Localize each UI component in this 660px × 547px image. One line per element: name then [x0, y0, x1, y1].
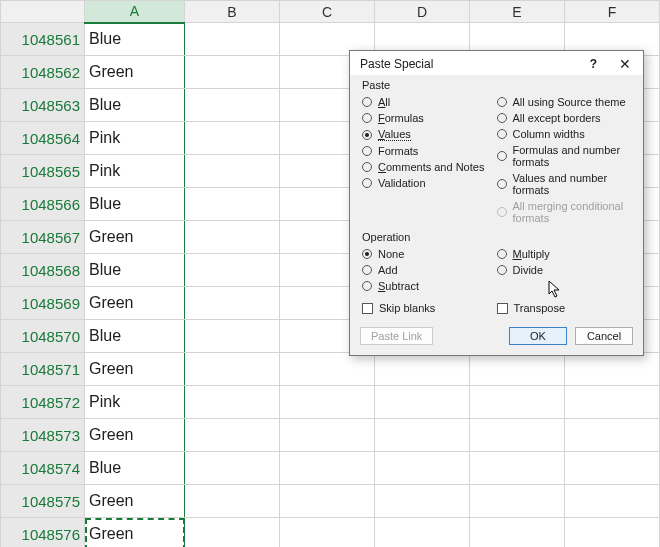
cell[interactable] [375, 386, 470, 419]
cell[interactable]: Green [85, 287, 185, 320]
column-header-B[interactable]: B [185, 1, 280, 23]
row-header[interactable]: 1048572 [1, 386, 85, 419]
operation-option-add[interactable]: Add [362, 263, 497, 277]
column-header-E[interactable]: E [470, 1, 565, 23]
operation-option-divide[interactable]: Divide [497, 263, 632, 277]
skip-blanks-checkbox[interactable]: Skip blanks [362, 301, 497, 315]
column-header-F[interactable]: F [565, 1, 660, 23]
cell[interactable] [185, 287, 280, 320]
cell[interactable]: Green [85, 518, 185, 548]
cell[interactable] [375, 353, 470, 386]
paste-option-formulas[interactable]: Formulas [362, 111, 497, 125]
cell[interactable]: Blue [85, 452, 185, 485]
row-header[interactable]: 1048574 [1, 452, 85, 485]
row-header[interactable]: 1048565 [1, 155, 85, 188]
cell[interactable] [185, 155, 280, 188]
cell[interactable]: Blue [85, 89, 185, 122]
cell[interactable] [185, 518, 280, 548]
transpose-checkbox[interactable]: Transpose [497, 301, 632, 315]
cell[interactable]: Green [85, 419, 185, 452]
paste-option-col_widths[interactable]: Column widths [497, 127, 632, 141]
cell[interactable]: Green [85, 353, 185, 386]
paste-option-comments[interactable]: Comments and Notes [362, 160, 497, 174]
cell[interactable] [185, 56, 280, 89]
operation-option-multiply[interactable]: Multiply [497, 247, 632, 261]
select-all-corner[interactable] [1, 1, 85, 23]
cell[interactable] [280, 452, 375, 485]
operation-option-subtract[interactable]: Subtract [362, 279, 497, 293]
paste-option-source_theme[interactable]: All using Source theme [497, 95, 632, 109]
cell[interactable] [185, 320, 280, 353]
cell[interactable] [470, 518, 565, 548]
cancel-button[interactable]: Cancel [575, 327, 633, 345]
cell[interactable] [470, 419, 565, 452]
paste-option-formulas_num[interactable]: Formulas and number formats [497, 143, 632, 169]
row-header[interactable]: 1048575 [1, 485, 85, 518]
cell[interactable] [470, 353, 565, 386]
row-header[interactable]: 1048561 [1, 23, 85, 56]
cell[interactable] [185, 419, 280, 452]
cell[interactable] [280, 518, 375, 548]
help-button[interactable]: ? [590, 57, 597, 71]
cell[interactable]: Blue [85, 254, 185, 287]
row-header[interactable]: 1048571 [1, 353, 85, 386]
operation-option-none[interactable]: None [362, 247, 497, 261]
cell[interactable] [185, 89, 280, 122]
cell[interactable] [185, 254, 280, 287]
column-header-D[interactable]: D [375, 1, 470, 23]
cell[interactable]: Blue [85, 23, 185, 56]
paste-option-formats[interactable]: Formats [362, 144, 497, 158]
close-button[interactable]: ✕ [615, 57, 635, 71]
cell[interactable] [375, 518, 470, 548]
cell[interactable] [375, 452, 470, 485]
cell[interactable]: Green [85, 56, 185, 89]
cell[interactable] [565, 353, 660, 386]
cell[interactable] [185, 485, 280, 518]
cell[interactable] [280, 353, 375, 386]
cell[interactable] [470, 452, 565, 485]
cell[interactable] [280, 485, 375, 518]
row-header[interactable]: 1048567 [1, 221, 85, 254]
ok-button[interactable]: OK [509, 327, 567, 345]
cell[interactable] [565, 419, 660, 452]
cell[interactable] [375, 419, 470, 452]
cell[interactable]: Blue [85, 320, 185, 353]
cell[interactable] [375, 485, 470, 518]
paste-option-all[interactable]: All [362, 95, 497, 109]
cell[interactable] [185, 353, 280, 386]
row-header[interactable]: 1048568 [1, 254, 85, 287]
cell[interactable] [185, 122, 280, 155]
row-header[interactable]: 1048570 [1, 320, 85, 353]
cell[interactable] [185, 23, 280, 56]
cell[interactable] [185, 452, 280, 485]
cell[interactable] [185, 188, 280, 221]
cell[interactable] [565, 386, 660, 419]
cell[interactable]: Blue [85, 188, 185, 221]
row-header[interactable]: 1048563 [1, 89, 85, 122]
paste-option-except_borders[interactable]: All except borders [497, 111, 632, 125]
paste-option-values_num[interactable]: Values and number formats [497, 171, 632, 197]
row-header[interactable]: 1048573 [1, 419, 85, 452]
paste-option-values[interactable]: Values [362, 127, 497, 142]
cell[interactable]: Green [85, 485, 185, 518]
cell[interactable] [185, 386, 280, 419]
cell[interactable] [565, 485, 660, 518]
cell[interactable] [470, 485, 565, 518]
cell[interactable] [280, 386, 375, 419]
column-header-C[interactable]: C [280, 1, 375, 23]
row-header[interactable]: 1048576 [1, 518, 85, 548]
row-header[interactable]: 1048562 [1, 56, 85, 89]
cell[interactable]: Pink [85, 155, 185, 188]
paste-option-validation[interactable]: Validation [362, 176, 497, 190]
cell[interactable] [280, 419, 375, 452]
row-header[interactable]: 1048569 [1, 287, 85, 320]
cell[interactable] [565, 452, 660, 485]
cell[interactable] [185, 221, 280, 254]
column-header-A[interactable]: A [85, 1, 185, 23]
row-header[interactable]: 1048564 [1, 122, 85, 155]
row-header[interactable]: 1048566 [1, 188, 85, 221]
cell[interactable] [470, 386, 565, 419]
cell[interactable] [565, 518, 660, 548]
cell[interactable]: Green [85, 221, 185, 254]
cell[interactable]: Pink [85, 386, 185, 419]
